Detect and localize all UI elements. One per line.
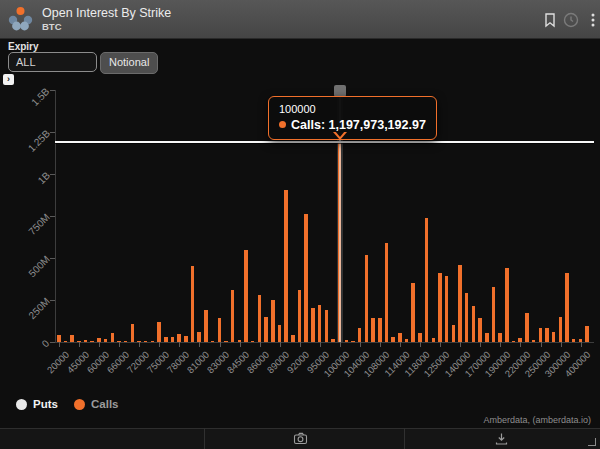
x-tick <box>199 342 200 347</box>
x-tick-label: 84500 <box>225 349 251 375</box>
download-icon[interactable] <box>494 431 509 446</box>
chart-tooltip: 100000 Calls: 1,197,973,192.97 <box>268 96 437 140</box>
bar[interactable] <box>164 337 168 342</box>
bar[interactable] <box>358 328 362 342</box>
bar[interactable] <box>184 336 188 342</box>
bar[interactable] <box>298 290 302 342</box>
bar[interactable] <box>398 333 402 342</box>
x-tick-label: 66000 <box>105 349 131 375</box>
bar[interactable] <box>157 322 161 342</box>
bar[interactable] <box>498 333 502 342</box>
bar[interactable] <box>258 295 262 342</box>
bar[interactable] <box>191 266 195 342</box>
bar[interactable] <box>472 306 476 342</box>
bar[interactable] <box>345 340 349 342</box>
bar[interactable] <box>284 190 288 342</box>
bar[interactable] <box>365 255 369 342</box>
bar[interactable] <box>231 290 235 342</box>
bar[interactable] <box>244 250 248 342</box>
tooltip-series-label: Calls: <box>291 118 325 132</box>
bar[interactable] <box>271 300 275 342</box>
bar[interactable] <box>572 339 576 342</box>
bar[interactable] <box>585 326 589 342</box>
bar[interactable] <box>278 325 282 342</box>
bar[interactable] <box>532 340 536 342</box>
bar[interactable] <box>371 318 375 342</box>
puts-legend-dot-icon[interactable] <box>16 399 27 410</box>
bar[interactable] <box>351 341 355 342</box>
bar[interactable] <box>579 339 583 342</box>
camera-icon[interactable] <box>293 431 308 446</box>
bar[interactable] <box>485 333 489 342</box>
tooltip-value-row: Calls: 1,197,973,192.97 <box>279 118 426 132</box>
bar[interactable] <box>177 334 181 342</box>
bar[interactable] <box>452 325 456 342</box>
bar[interactable] <box>57 335 61 342</box>
bar[interactable] <box>325 310 329 342</box>
bar[interactable] <box>151 341 155 342</box>
bar[interactable] <box>124 341 128 342</box>
bar[interactable] <box>171 337 175 342</box>
bar[interactable] <box>197 332 201 342</box>
bar-chart[interactable]: 0250M500M750M1B1.25B1.5B2000045000600006… <box>0 0 600 449</box>
bar[interactable] <box>505 268 509 342</box>
y-tick <box>50 258 55 259</box>
bar[interactable] <box>218 318 222 342</box>
bar[interactable] <box>512 341 516 342</box>
bar[interactable] <box>264 317 268 342</box>
bar[interactable] <box>224 341 228 342</box>
bar[interactable] <box>97 338 101 342</box>
bar[interactable] <box>131 324 135 342</box>
bar[interactable] <box>565 273 569 342</box>
bar[interactable] <box>84 340 88 342</box>
x-tick <box>280 342 281 347</box>
bar[interactable] <box>378 318 382 342</box>
bar[interactable] <box>304 214 308 342</box>
bar[interactable] <box>104 339 108 342</box>
bar[interactable] <box>311 308 315 342</box>
bar[interactable] <box>318 305 322 342</box>
bar[interactable] <box>445 276 449 342</box>
bar[interactable] <box>385 243 389 342</box>
bar[interactable] <box>492 287 496 342</box>
bar[interactable] <box>77 341 81 342</box>
bar[interactable] <box>391 337 395 342</box>
bar[interactable] <box>117 341 121 342</box>
bar[interactable] <box>331 339 335 342</box>
bar[interactable] <box>545 328 549 342</box>
bar[interactable] <box>465 293 469 342</box>
bar[interactable] <box>518 338 522 342</box>
bar[interactable] <box>204 310 208 342</box>
bar[interactable] <box>291 335 295 342</box>
x-tick <box>300 342 301 347</box>
calls-legend-dot-icon[interactable] <box>74 399 85 410</box>
x-tick <box>380 342 381 347</box>
x-tick <box>139 342 140 347</box>
bar[interactable] <box>438 273 442 342</box>
bar[interactable] <box>458 265 462 342</box>
bar[interactable] <box>251 341 255 342</box>
x-tick <box>480 342 481 347</box>
puts-legend-label[interactable]: Puts <box>33 398 58 410</box>
bar[interactable] <box>137 341 141 342</box>
bar[interactable] <box>238 340 242 342</box>
bar[interactable] <box>90 341 94 342</box>
bar[interactable] <box>411 283 415 342</box>
bar[interactable] <box>405 339 409 342</box>
bar[interactable] <box>432 338 436 342</box>
bar[interactable] <box>70 335 74 342</box>
bar[interactable] <box>144 341 148 342</box>
bar[interactable] <box>478 318 482 342</box>
bar[interactable] <box>525 313 529 342</box>
bar[interactable] <box>552 332 556 342</box>
y-tick-label: 1.5B <box>30 86 52 108</box>
bar[interactable] <box>425 218 429 342</box>
bar[interactable] <box>111 333 115 342</box>
calls-legend-label[interactable]: Calls <box>91 398 119 410</box>
resize-handle[interactable] <box>588 438 596 446</box>
bar[interactable] <box>539 328 543 342</box>
bar[interactable] <box>211 341 215 342</box>
bar[interactable] <box>418 333 422 342</box>
bar[interactable] <box>559 317 563 342</box>
bar[interactable] <box>64 341 68 342</box>
